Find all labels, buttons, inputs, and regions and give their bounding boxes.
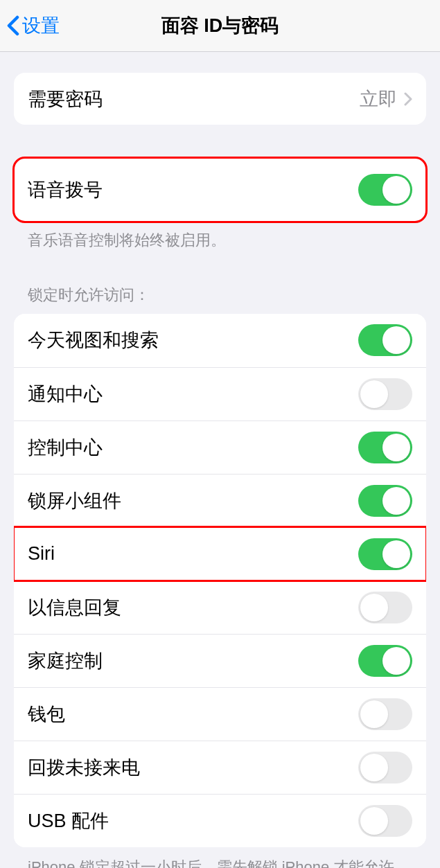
navbar: 设置 面容 ID与密码 [0,0,440,52]
lock-access-label: Siri [28,543,358,565]
lock-access-label: 回拨未接来电 [28,755,358,780]
lock-access-toggle[interactable] [358,698,412,730]
group-voice-dial: 语音拨号 [14,158,426,222]
toggle-knob [360,380,388,408]
back-button[interactable]: 设置 [7,13,60,38]
toggle-knob [360,754,388,781]
lock-access-label: 控制中心 [28,435,358,460]
lock-access-toggle[interactable] [358,805,412,837]
lock-access-row[interactable]: 通知中心 [14,367,426,420]
lock-access-label: 钱包 [28,702,358,727]
lock-access-toggle[interactable] [358,378,412,410]
chevron-right-icon [404,92,412,106]
row-require-passcode[interactable]: 需要密码 立即 [14,73,426,125]
lock-access-footer: iPhone 锁定超过一小时后，需先解锁 iPhone 才能允许USB 配件连接… [14,847,426,868]
require-passcode-value: 立即 [360,87,397,112]
toggle-knob [360,807,388,835]
lock-access-label: 以信息回复 [28,595,358,620]
lock-access-toggle[interactable] [358,645,412,677]
toggle-knob [360,594,388,621]
toggle-knob [360,700,388,728]
voice-dial-label: 语音拨号 [28,177,358,202]
lock-access-toggle[interactable] [358,485,412,517]
lock-access-row[interactable]: 控制中心 [14,420,426,474]
lock-access-toggle[interactable] [358,752,412,783]
lock-access-label: USB 配件 [28,808,358,833]
lock-access-toggle[interactable] [358,324,412,356]
content: 需要密码 立即 语音拨号 音乐语音控制将始终被启用。 锁定时允许访问： 今天视图… [0,52,440,868]
lock-access-row[interactable]: 钱包 [14,687,426,741]
toggle-knob [382,176,410,204]
group-require-passcode: 需要密码 立即 [14,73,426,125]
page-title: 面容 ID与密码 [161,13,279,38]
row-voice-dial[interactable]: 语音拨号 [14,158,426,222]
lock-access-row[interactable]: 今天视图和搜索 [14,314,426,367]
lock-access-label: 家庭控制 [28,648,358,673]
lock-access-label: 通知中心 [28,382,358,407]
voice-dial-toggle[interactable] [358,174,412,206]
toggle-knob [382,487,410,515]
chevron-left-icon [7,15,19,36]
lock-access-label: 今天视图和搜索 [28,328,358,353]
lock-access-header: 锁定时允许访问： [14,285,426,314]
lock-access-toggle[interactable] [358,538,412,570]
toggle-knob [382,434,410,461]
lock-access-row[interactable]: 家庭控制 [14,634,426,687]
lock-access-row[interactable]: 锁屏小组件 [14,474,426,527]
group-lock-access: 今天视图和搜索通知中心控制中心锁屏小组件Siri以信息回复家庭控制钱包回拨未接来… [14,314,426,847]
lock-access-row[interactable]: 以信息回复 [14,581,426,634]
lock-access-row[interactable]: Siri [14,527,426,581]
lock-access-row[interactable]: USB 配件 [14,794,426,847]
toggle-knob [382,540,410,568]
require-passcode-label: 需要密码 [28,87,360,112]
toggle-knob [382,647,410,675]
lock-access-toggle[interactable] [358,592,412,623]
voice-dial-footer: 音乐语音控制将始终被启用。 [14,222,426,251]
toggle-knob [382,326,410,354]
back-label: 设置 [22,13,60,38]
lock-access-row[interactable]: 回拨未接来电 [14,741,426,794]
lock-access-label: 锁屏小组件 [28,488,358,513]
lock-access-toggle[interactable] [358,432,412,463]
